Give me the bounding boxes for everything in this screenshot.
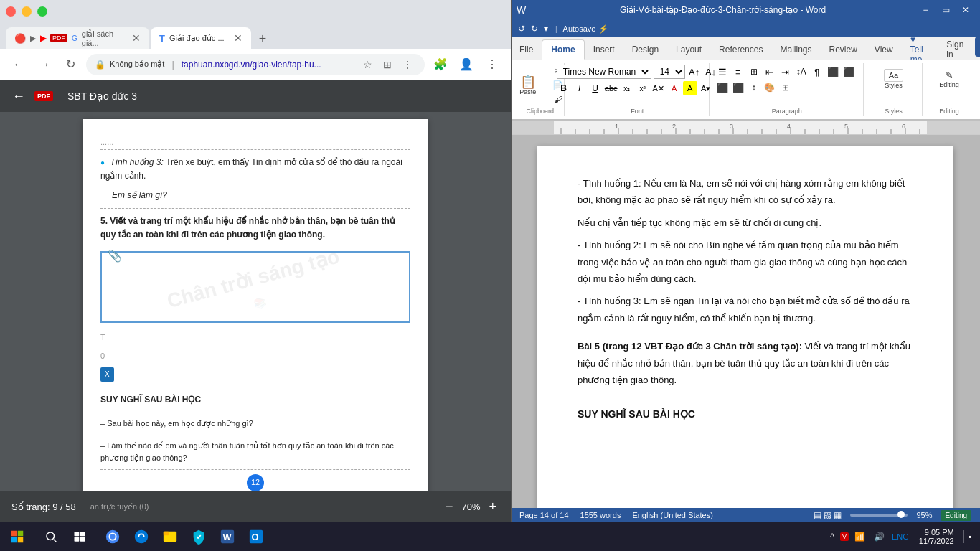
align-center-button[interactable]: ⬛ xyxy=(842,65,856,79)
editing-group: ✎ Editing Editing xyxy=(924,63,974,116)
chevron-up-icon[interactable]: ^ xyxy=(827,530,837,543)
start-button[interactable] xyxy=(0,522,34,551)
reader-icon[interactable]: ⊞ xyxy=(379,56,396,73)
underline-button[interactable]: U xyxy=(588,81,603,95)
shading-button[interactable]: 🎨 xyxy=(763,80,777,95)
word-close-button[interactable]: ✕ xyxy=(957,3,974,17)
tab-tell-me[interactable]: ♥ Tell me... xyxy=(902,39,938,60)
tab2-close[interactable]: ✕ xyxy=(234,32,242,44)
pdf-page-content: ...... ● Tình huống 3: Trên xe buýt, em … xyxy=(100,136,410,491)
word-restore-button[interactable]: ▭ xyxy=(937,3,954,17)
zoom-slider[interactable] xyxy=(850,514,908,517)
styles-button[interactable]: Aa Styles xyxy=(877,65,911,93)
multilevel-list-button[interactable]: ⊞ xyxy=(747,65,761,79)
tab-1[interactable]: 🔴 ▶ ▶ PDF G giải sách giá... ✕ xyxy=(6,27,149,49)
line-spacing-button[interactable]: ↕ xyxy=(747,80,761,95)
undo-button[interactable]: ↺ xyxy=(517,22,527,35)
taskbar-clock[interactable]: 9:05 PM 11/7/2022 xyxy=(913,528,960,545)
increase-font-button[interactable]: A↑ xyxy=(687,65,702,79)
taskbar: W O ^ V 📶 🔊 ENG 9:05 PM 11/7/2022 ▪ xyxy=(0,522,980,551)
tab-references[interactable]: References xyxy=(710,39,771,60)
taskbar-explorer-icon[interactable] xyxy=(156,523,184,550)
font-size-select[interactable]: 14 xyxy=(654,65,685,79)
align-left-button[interactable]: ⬛ xyxy=(826,65,840,79)
taskbar-security-icon[interactable] xyxy=(185,523,212,550)
ruler: 1 2 3 4 5 6 xyxy=(511,121,980,135)
decrease-indent-button[interactable]: ⇤ xyxy=(763,65,777,79)
bold-button[interactable]: B xyxy=(557,81,571,95)
taskbar-search-button[interactable] xyxy=(37,523,65,550)
word-minimize-button[interactable]: − xyxy=(917,3,934,17)
numbering-button[interactable]: ≡ xyxy=(731,65,745,79)
zoom-in-button[interactable]: + xyxy=(486,499,499,514)
tray-volume-icon[interactable]: 🔊 xyxy=(871,530,887,543)
back-button[interactable]: ← xyxy=(9,55,29,75)
zoom-out-button[interactable]: − xyxy=(443,499,456,514)
taskbar-edge-icon[interactable] xyxy=(128,523,155,550)
superscript-button[interactable]: x² xyxy=(636,81,650,95)
ribbon-tabs: File Home Insert Design Layout Reference… xyxy=(511,37,980,60)
maximize-button[interactable] xyxy=(37,6,47,17)
show-desktop-button[interactable]: ▪ xyxy=(963,530,974,543)
taskbar-word-icon[interactable]: W xyxy=(214,523,241,550)
close-button[interactable] xyxy=(6,6,16,17)
reload-button[interactable]: ↻ xyxy=(60,55,80,75)
pdf-back-button[interactable]: ← xyxy=(9,89,29,104)
italic-button[interactable]: I xyxy=(573,81,587,95)
svg-text:W: W xyxy=(223,532,232,542)
text-color-button[interactable]: A xyxy=(667,81,682,95)
tab-mailings[interactable]: Mailings xyxy=(771,39,820,60)
svg-text:2: 2 xyxy=(672,123,676,130)
extensions-icon[interactable]: 🧩 xyxy=(430,55,451,75)
windows-logo-icon xyxy=(11,530,24,543)
highlight-button[interactable]: A xyxy=(683,81,697,95)
signin-button[interactable]: Sign in xyxy=(938,39,972,60)
increase-indent-button[interactable]: ⇥ xyxy=(778,65,793,79)
bullets-button[interactable]: ☰ xyxy=(715,65,730,79)
new-tab-button[interactable]: + xyxy=(253,29,273,49)
task-view-icon xyxy=(73,530,86,543)
paste-button[interactable]: 📋 Paste xyxy=(511,71,545,100)
clear-format-button[interactable]: A✕ xyxy=(651,81,666,95)
tab-layout[interactable]: Layout xyxy=(667,39,710,60)
tab-file[interactable]: File xyxy=(511,39,542,60)
minimize-button[interactable] xyxy=(22,6,32,17)
menu-icon[interactable]: ⋮ xyxy=(399,56,416,73)
tab-view[interactable]: View xyxy=(866,39,902,60)
tray-network-icon[interactable]: 📶 xyxy=(852,530,868,543)
divider-2 xyxy=(100,347,410,347)
browser-menu[interactable]: ⋮ xyxy=(482,55,502,75)
redo-button[interactable]: ↻ xyxy=(529,22,540,35)
styles-group: Aa Styles Styles xyxy=(865,63,923,116)
taskbar-outlook-icon[interactable]: O xyxy=(242,523,270,550)
tab-review[interactable]: Review xyxy=(820,39,865,60)
situation1-cont-para: Nếu chị vẫn tiếp tục không mặc em sẽ từ … xyxy=(578,215,913,231)
tab-insert[interactable]: Insert xyxy=(585,39,623,60)
strikethrough-button[interactable]: abc xyxy=(604,81,618,95)
font-name-select[interactable]: Times New Roman xyxy=(557,65,651,79)
svg-text:5: 5 xyxy=(844,123,848,130)
taskbar-chrome-icon[interactable] xyxy=(99,523,126,550)
editing-button[interactable]: ✎ Editing xyxy=(932,65,966,93)
profile-icon[interactable]: 👤 xyxy=(456,55,476,75)
document-content-area[interactable]: - Tình huống 1: Nếu em là Na, em sẽ nói … xyxy=(511,135,980,508)
forward-button[interactable]: → xyxy=(34,55,55,75)
font-formatting-buttons: B I U abc x₂ x² A✕ A A A▾ xyxy=(557,81,713,95)
tab-design[interactable]: Design xyxy=(623,39,667,60)
address-bar[interactable]: 🔒 Không bảo mật | taphuan.nxbgd.vn/giao-… xyxy=(86,54,425,75)
taskbar-task-view-button[interactable] xyxy=(66,523,93,550)
show-formatting-button[interactable]: ¶ xyxy=(810,65,824,79)
tab1-close[interactable]: ✕ xyxy=(132,32,141,44)
justify-button[interactable]: ⬛ xyxy=(731,80,745,95)
x-badge: X xyxy=(100,367,114,382)
status-right: ▤ ▨ ▦ 95% Editing xyxy=(814,510,971,521)
sort-button[interactable]: ↕A xyxy=(794,65,809,79)
subscript-button[interactable]: x₂ xyxy=(620,81,634,95)
tab-home[interactable]: Home xyxy=(542,39,584,60)
borders-button[interactable]: ⊞ xyxy=(778,80,793,95)
align-right-button[interactable]: ⬛ xyxy=(715,80,730,95)
customize-qa-button[interactable]: ▾ xyxy=(542,22,550,35)
share-button[interactable]: Share xyxy=(975,37,980,57)
bookmark-icon[interactable]: ☆ xyxy=(359,56,376,73)
tab-2[interactable]: T Giải đạo đức ... ✕ xyxy=(151,27,251,49)
